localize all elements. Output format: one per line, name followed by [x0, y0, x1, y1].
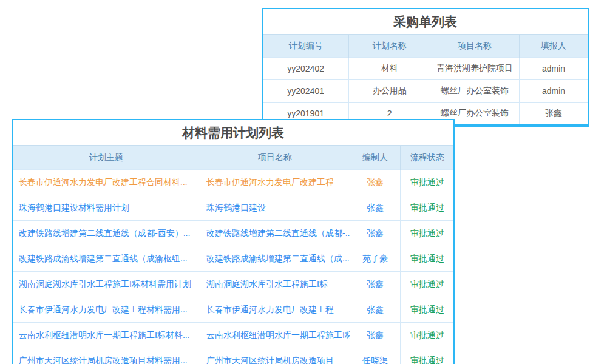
cell-project-name[interactable]: 珠海鹤港口建设	[200, 195, 350, 221]
table-row[interactable]: 广州市天河区统计局机房改造项目材料需用...广州市天河区统计局机房改造项目任晓渠…	[13, 348, 453, 364]
purchase-panel-title: 采购单列表	[263, 9, 588, 34]
purchase-table: 计划编号 计划名称 项目名称 填报人 yy202402材料青海洪湖养护院项目ad…	[263, 34, 588, 124]
table-row[interactable]: yy202402材料青海洪湖养护院项目admin	[263, 58, 588, 80]
cell-reporter: admin	[520, 80, 588, 103]
cell-subject[interactable]: 湖南洞庭湖水库引水工程施工I标材料需用计划	[13, 272, 200, 297]
table-row[interactable]: 长春市伊通河水力发电厂改建工程材料需用...长春市伊通河水力发电厂改建工程张鑫审…	[13, 297, 453, 323]
cell-reporter: 张鑫	[520, 103, 588, 125]
cell-subject[interactable]: 长春市伊通河水力发电厂改建工程合同材料...	[13, 170, 200, 195]
material-plan-list-panel: 材料需用计划列表 计划主题 项目名称 编制人 流程状态 长春市伊通河水力发电厂改…	[12, 119, 455, 364]
cell-plan-name: 材料	[349, 58, 430, 80]
cell-plan-no: yy202402	[263, 58, 349, 80]
col-header-reporter: 填报人	[520, 35, 588, 58]
cell-status: 审批通过	[401, 297, 453, 323]
cell-subject[interactable]: 改建铁路线增建第二线直通线（成都-西安）...	[13, 221, 200, 246]
col-header-compiler: 编制人	[350, 146, 400, 170]
col-header-plan-no: 计划编号	[263, 35, 349, 58]
cell-status: 审批通过	[401, 195, 453, 221]
cell-compiler: 张鑫	[350, 170, 400, 195]
cell-project-name[interactable]: 广州市天河区统计局机房改造项目	[200, 348, 350, 364]
material-table-body: 长春市伊通河水力发电厂改建工程合同材料...长春市伊通河水力发电厂改建工程张鑫审…	[13, 170, 453, 364]
table-row[interactable]: 改建铁路成渝线增建第二直通线（成渝枢纽...改建铁路成渝线增建第二直通线（成..…	[13, 246, 453, 272]
cell-compiler: 张鑫	[350, 195, 400, 221]
cell-subject[interactable]: 云南水利枢纽潜明水库一期工程施工I标材料...	[13, 323, 200, 348]
cell-project-name[interactable]: 长春市伊通河水力发电厂改建工程	[200, 297, 350, 323]
cell-project-name: 青海洪湖养护院项目	[430, 58, 520, 80]
cell-project-name[interactable]: 改建铁路成渝线增建第二直通线（成...	[200, 246, 350, 272]
cell-compiler: 苑子豪	[350, 246, 400, 272]
cell-project-name[interactable]: 云南水利枢纽潜明水库一期工程施工I标	[200, 323, 350, 348]
cell-status: 审批通过	[401, 246, 453, 272]
cell-status: 审批通过	[401, 272, 453, 297]
purchase-table-body: yy202402材料青海洪湖养护院项目adminyy202401办公用品螺丝厂办…	[263, 58, 588, 125]
header-row: 计划主题 项目名称 编制人 流程状态	[13, 146, 453, 170]
col-header-project-name: 项目名称	[200, 146, 350, 170]
purchase-table-header: 计划编号 计划名称 项目名称 填报人	[263, 35, 588, 58]
cell-status: 审批通过	[401, 221, 453, 246]
cell-subject[interactable]: 珠海鹤港口建设材料需用计划	[13, 195, 200, 221]
table-row[interactable]: yy202401办公用品螺丝厂办公室装饰admin	[263, 80, 588, 103]
table-row[interactable]: 改建铁路线增建第二线直通线（成都-西安）...改建铁路线增建第二线直通线（成都-…	[13, 221, 453, 246]
material-table: 计划主题 项目名称 编制人 流程状态 长春市伊通河水力发电厂改建工程合同材料..…	[13, 145, 453, 364]
cell-project-name: 螺丝厂办公室装饰	[430, 80, 520, 103]
table-row[interactable]: 湖南洞庭湖水库引水工程施工I标材料需用计划湖南洞庭湖水库引水工程施工I标张鑫审批…	[13, 272, 453, 297]
material-panel-title: 材料需用计划列表	[13, 120, 453, 145]
cell-status: 审批通过	[401, 348, 453, 364]
cell-project-name[interactable]: 湖南洞庭湖水库引水工程施工I标	[200, 272, 350, 297]
col-header-plan-subject: 计划主题	[13, 146, 200, 170]
col-header-project-name: 项目名称	[430, 35, 520, 58]
header-row: 计划编号 计划名称 项目名称 填报人	[263, 35, 588, 58]
col-header-flow-status: 流程状态	[401, 146, 453, 170]
cell-plan-no: yy202401	[263, 80, 349, 103]
cell-reporter: admin	[520, 58, 588, 80]
cell-plan-name: 办公用品	[349, 80, 430, 103]
cell-compiler: 张鑫	[350, 297, 400, 323]
cell-status: 审批通过	[401, 323, 453, 348]
cell-compiler: 张鑫	[350, 323, 400, 348]
cell-compiler: 任晓渠	[350, 348, 400, 364]
cell-subject[interactable]: 长春市伊通河水力发电厂改建工程材料需用...	[13, 297, 200, 323]
cell-project-name[interactable]: 改建铁路线增建第二线直通线（成都-...	[200, 221, 350, 246]
cell-project-name[interactable]: 长春市伊通河水力发电厂改建工程	[200, 170, 350, 195]
purchase-list-panel: 采购单列表 计划编号 计划名称 项目名称 填报人 yy202402材料青海洪湖养…	[262, 8, 589, 127]
cell-subject[interactable]: 广州市天河区统计局机房改造项目材料需用...	[13, 348, 200, 364]
dashboard: 采购单列表 计划编号 计划名称 项目名称 填报人 yy202402材料青海洪湖养…	[0, 0, 607, 364]
table-row[interactable]: 长春市伊通河水力发电厂改建工程合同材料...长春市伊通河水力发电厂改建工程张鑫审…	[13, 170, 453, 195]
cell-compiler: 张鑫	[350, 272, 400, 297]
material-table-header: 计划主题 项目名称 编制人 流程状态	[13, 146, 453, 170]
cell-status: 审批通过	[401, 170, 453, 195]
cell-compiler: 张鑫	[350, 221, 400, 246]
col-header-plan-name: 计划名称	[349, 35, 430, 58]
cell-subject[interactable]: 改建铁路成渝线增建第二直通线（成渝枢纽...	[13, 246, 200, 272]
table-row[interactable]: 云南水利枢纽潜明水库一期工程施工I标材料...云南水利枢纽潜明水库一期工程施工I…	[13, 323, 453, 348]
table-row[interactable]: 珠海鹤港口建设材料需用计划珠海鹤港口建设张鑫审批通过	[13, 195, 453, 221]
